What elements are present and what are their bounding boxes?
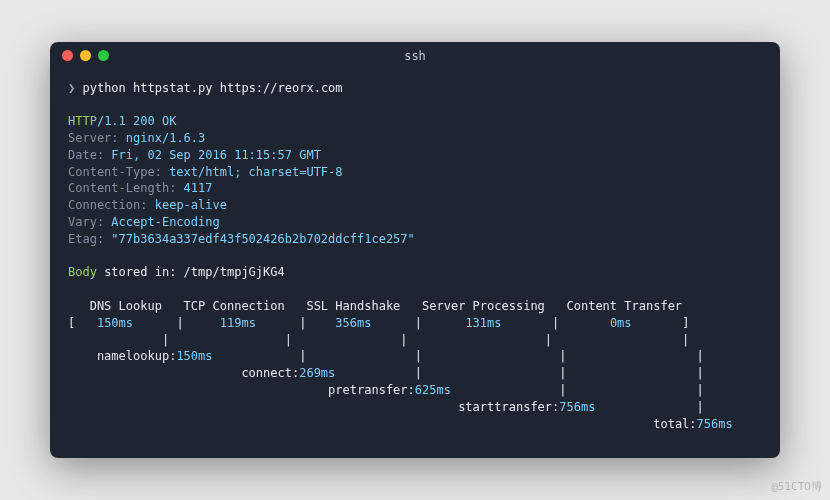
starttransfer-value: 756ms bbox=[559, 400, 595, 414]
bracket-close: ] bbox=[632, 316, 690, 330]
connect-value: 269ms bbox=[299, 366, 335, 380]
header-value: nginx/1.6.3 bbox=[119, 131, 206, 145]
pretransfer-label: pretransfer: bbox=[328, 383, 415, 397]
bars-row: | | | | | bbox=[68, 333, 689, 347]
ssl-value: 356ms bbox=[335, 316, 371, 330]
bracket-open: [ bbox=[68, 316, 97, 330]
headers-block: Server: nginx/1.6.3 Date: Fri, 02 Sep 20… bbox=[68, 131, 415, 246]
srv-value: 131ms bbox=[465, 316, 501, 330]
body-path: stored in: /tmp/tmpjGjKG4 bbox=[97, 265, 285, 279]
dns-value: 150ms bbox=[97, 316, 133, 330]
watermark: @51CTO博 bbox=[771, 479, 822, 494]
protocol: HTTP bbox=[68, 114, 97, 128]
header-key: Content-Type: bbox=[68, 165, 162, 179]
header-key: Server: bbox=[68, 131, 119, 145]
header-key: Content-Length: bbox=[68, 181, 176, 195]
pretransfer-value: 625ms bbox=[415, 383, 451, 397]
header-value: 4117 bbox=[176, 181, 212, 195]
namelookup-value: 150ms bbox=[176, 349, 212, 363]
tcp-value: 119ms bbox=[220, 316, 256, 330]
titlebar: ssh bbox=[50, 42, 780, 70]
prompt-symbol: ❯ bbox=[68, 81, 75, 95]
command-text: python httpstat.py https://reorx.com bbox=[82, 81, 342, 95]
header-value: Fri, 02 Sep 2016 11:15:57 GMT bbox=[104, 148, 321, 162]
body-label: Body bbox=[68, 265, 97, 279]
header-key: Date: bbox=[68, 148, 104, 162]
total-label: total: bbox=[653, 417, 696, 431]
status-line: /1.1 200 OK bbox=[97, 114, 176, 128]
header-value: Accept-Encoding bbox=[104, 215, 220, 229]
ct-value: 0ms bbox=[610, 316, 632, 330]
terminal-window: ssh ❯ python httpstat.py https://reorx.c… bbox=[50, 42, 780, 459]
header-value: keep-alive bbox=[147, 198, 226, 212]
header-key: Etag: bbox=[68, 232, 104, 246]
header-key: Connection: bbox=[68, 198, 147, 212]
header-key: Vary: bbox=[68, 215, 104, 229]
window-title: ssh bbox=[50, 49, 780, 63]
starttransfer-label: starttransfer: bbox=[458, 400, 559, 414]
timing-header: DNS Lookup TCP Connection SSL Handshake … bbox=[68, 299, 682, 313]
namelookup-label: namelookup: bbox=[68, 349, 176, 363]
header-value: text/html; charset=UTF-8 bbox=[162, 165, 343, 179]
header-value: "77b3634a337edf43f502426b2b702ddcff1ce25… bbox=[104, 232, 415, 246]
total-value: 756ms bbox=[697, 417, 733, 431]
terminal-body[interactable]: ❯ python httpstat.py https://reorx.com H… bbox=[50, 70, 780, 459]
connect-label: connect: bbox=[241, 366, 299, 380]
